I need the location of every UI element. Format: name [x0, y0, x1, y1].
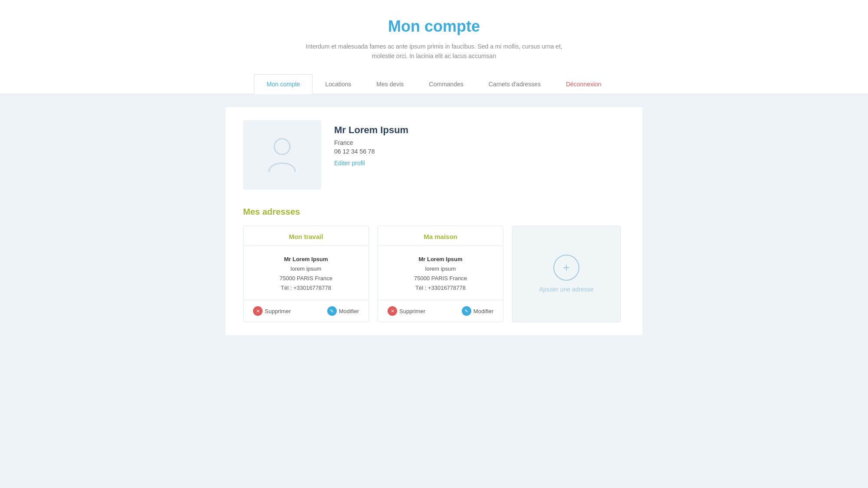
address-card-1-footer: ✕ Supprimer ✎ Modifier: [378, 300, 503, 322]
addresses-grid: Mon travail Mr Lorem Ipsum lorem ipsum 7…: [243, 226, 625, 322]
tab-mes-devis[interactable]: Mes devis: [364, 74, 416, 94]
address-card-0-line3: 75000 PARIS France: [252, 274, 360, 283]
address-card-0: Mon travail Mr Lorem Ipsum lorem ipsum 7…: [243, 226, 369, 322]
address-card-0-body: Mr Lorem Ipsum lorem ipsum 75000 PARIS F…: [243, 246, 368, 300]
content-card: Mr Lorem Ipsum France 06 12 34 56 78 Edi…: [226, 107, 642, 335]
page-subtitle: Interdum et malesuada fames ac ante ipsu…: [304, 42, 564, 61]
delete-icon-1: ✕: [388, 306, 397, 316]
edit-address-1-button[interactable]: ✎ Modifier: [459, 305, 496, 318]
address-card-0-title: Mon travail: [243, 226, 368, 246]
delete-address-1-label: Supprimer: [399, 308, 425, 314]
tabs-bar: Mon compte Locations Mes devis Commandes…: [0, 74, 868, 94]
address-card-0-line2: lorem ipsum: [252, 264, 360, 274]
edit-profile-link[interactable]: Editer profil: [334, 160, 365, 167]
tab-commandes[interactable]: Commandes: [416, 74, 476, 94]
address-card-1-phone: Tél : +33016778778: [387, 283, 494, 293]
tab-locations[interactable]: Locations: [312, 74, 364, 94]
profile-phone: 06 12 34 56 78: [334, 148, 408, 155]
avatar-icon: [265, 134, 299, 175]
main-content: Mr Lorem Ipsum France 06 12 34 56 78 Edi…: [0, 94, 868, 398]
address-card-0-name: Mr Lorem Ipsum: [252, 255, 360, 264]
avatar: [243, 120, 321, 190]
delete-address-0-label: Supprimer: [265, 308, 291, 314]
svg-point-0: [274, 139, 290, 154]
tab-deconnexion[interactable]: Déconnexion: [553, 74, 614, 94]
profile-section: Mr Lorem Ipsum France 06 12 34 56 78 Edi…: [243, 120, 625, 190]
delete-address-0-button[interactable]: ✕ Supprimer: [250, 305, 293, 318]
tab-carnets-adresses[interactable]: Carnets d'adresses: [476, 74, 553, 94]
page-title: Mon compte: [9, 17, 859, 36]
address-card-0-footer: ✕ Supprimer ✎ Modifier: [243, 300, 368, 322]
delete-icon-0: ✕: [253, 306, 263, 316]
address-card-1-title: Ma maison: [378, 226, 503, 246]
add-icon: +: [553, 255, 579, 281]
profile-name: Mr Lorem Ipsum: [334, 124, 408, 136]
profile-country: France: [334, 139, 408, 146]
address-card-1-name: Mr Lorem Ipsum: [387, 255, 494, 264]
address-card-0-phone: Tél : +33016778778: [252, 283, 360, 293]
edit-icon-1: ✎: [462, 306, 471, 316]
address-card-1-line2: lorem ipsum: [387, 264, 494, 274]
addresses-section: Mes adresses Mon travail Mr Lorem Ipsum …: [243, 207, 625, 322]
edit-icon-0: ✎: [327, 306, 337, 316]
delete-address-1-button[interactable]: ✕ Supprimer: [385, 305, 428, 318]
address-card-1-line3: 75000 PARIS France: [387, 274, 494, 283]
addresses-title: Mes adresses: [243, 207, 625, 217]
edit-address-1-label: Modifier: [473, 308, 493, 314]
edit-address-0-button[interactable]: ✎ Modifier: [325, 305, 362, 318]
address-card-1-body: Mr Lorem Ipsum lorem ipsum 75000 PARIS F…: [378, 246, 503, 300]
address-card-1: Ma maison Mr Lorem Ipsum lorem ipsum 750…: [378, 226, 503, 322]
profile-info: Mr Lorem Ipsum France 06 12 34 56 78 Edi…: [334, 120, 408, 167]
add-address-label: Ajouter une adresse: [539, 286, 593, 293]
tab-mon-compte[interactable]: Mon compte: [254, 74, 312, 94]
edit-address-0-label: Modifier: [339, 308, 359, 314]
page-header: Mon compte Interdum et malesuada fames a…: [0, 0, 868, 74]
add-address-card[interactable]: + Ajouter une adresse: [512, 226, 621, 322]
